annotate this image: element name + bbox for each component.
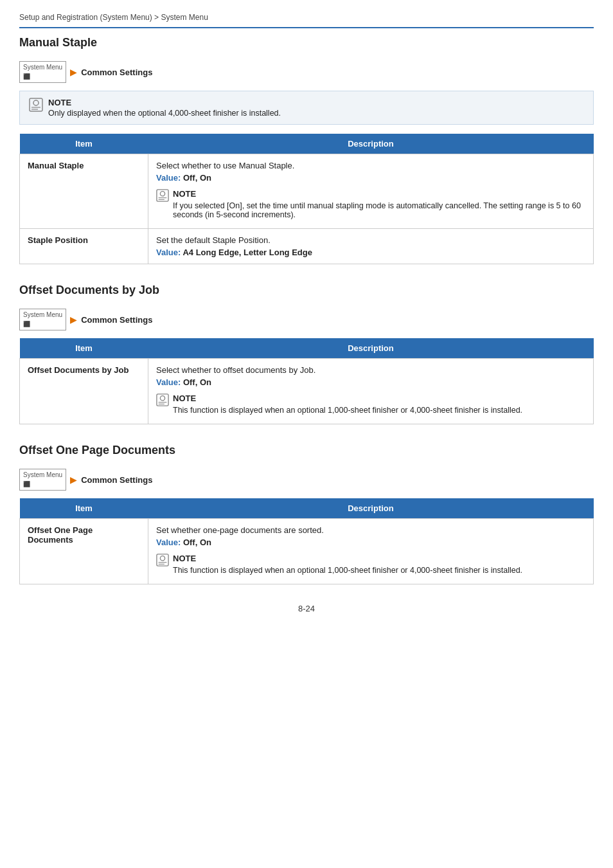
inline-note-header: NOTE — [173, 393, 522, 403]
system-menu-label: System Menu — [23, 311, 62, 318]
value-label: Value: — [156, 377, 183, 387]
section-title-offset-documents-by-job: Offset Documents by Job — [19, 284, 594, 300]
system-menu-box: System Menu⬛ — [19, 61, 66, 83]
table-desc-cell: Set the default Staple Position.Value: A… — [148, 229, 594, 264]
inline-note-svg-icon — [156, 554, 169, 566]
note-content: NOTEOnly displayed when the optional 4,0… — [48, 98, 281, 118]
table-row: Offset One Page DocumentsSet whether one… — [20, 519, 594, 584]
note-box-manual-staple: NOTEOnly displayed when the optional 4,0… — [19, 91, 594, 125]
desc-text: Select whether to offset documents by Jo… — [156, 365, 585, 375]
inline-note-content: NOTEThis function is displayed when an o… — [173, 554, 522, 575]
section-offset-documents-by-job: Offset Documents by JobSystem Menu⬛▶Comm… — [19, 284, 594, 424]
breadcrumb-text: Setup and Registration (System Menu) > S… — [19, 13, 208, 22]
inline-note-body: If you selected [On], set the time until… — [173, 201, 585, 219]
nav-arrow-icon: ▶ — [70, 314, 77, 325]
inline-note-svg-icon — [156, 189, 169, 202]
page-number-text: 8-24 — [298, 604, 315, 613]
value-label: Value: — [156, 538, 183, 547]
system-menu-box: System Menu⬛ — [19, 309, 66, 330]
table-manual-staple: ItemDescriptionManual StapleSelect wheth… — [19, 134, 594, 264]
table-row: Manual StapleSelect whether to use Manua… — [20, 154, 594, 229]
table-header-cell: Description — [148, 338, 594, 359]
value-line: Value: A4 Long Edge, Letter Long Edge — [156, 248, 585, 257]
note-header: NOTE — [48, 98, 281, 107]
nav-arrow-icon: ▶ — [70, 475, 77, 485]
table-header-cell: Description — [148, 134, 594, 154]
inline-note-body: This function is displayed when an optio… — [173, 566, 522, 575]
value-value: Off, On — [183, 377, 211, 387]
inline-note-svg-icon — [156, 393, 169, 406]
inline-note-body: This function is displayed when an optio… — [173, 406, 522, 415]
inline-note-icon — [156, 554, 169, 568]
inline-note-icon — [156, 189, 169, 204]
section-manual-staple: Manual StapleSystem Menu⬛▶Common Setting… — [19, 36, 594, 264]
svg-point-1 — [33, 100, 39, 105]
table-item-cell: Offset Documents by Job — [20, 359, 148, 424]
inline-note-content: NOTEThis function is displayed when an o… — [173, 393, 522, 415]
note-svg-icon — [29, 98, 43, 112]
table-header-cell: Item — [20, 498, 148, 519]
table-item-cell: Staple Position — [20, 229, 148, 264]
nav-arrow-icon: ▶ — [70, 67, 77, 77]
inline-note-header: NOTE — [173, 554, 522, 563]
breadcrumb: Setup and Registration (System Menu) > S… — [19, 13, 594, 28]
value-line: Value: Off, On — [156, 377, 585, 387]
desc-text: Set whether one-page documents are sorte… — [156, 525, 585, 535]
value-label: Value: — [156, 248, 182, 257]
section-offset-one-page-documents: Offset One Page DocumentsSystem Menu⬛▶Co… — [19, 444, 594, 584]
inline-note-icon — [156, 393, 169, 408]
common-settings-label: Common Settings — [81, 475, 152, 485]
system-menu-icon: ⬛ — [23, 73, 30, 80]
desc-text: Set the default Staple Position. — [156, 235, 585, 245]
inline-note: NOTEThis function is displayed when an o… — [156, 554, 585, 575]
table-header-cell: Item — [20, 134, 148, 154]
table-header-cell: Item — [20, 338, 148, 359]
inline-note: NOTEIf you selected [On], set the time u… — [156, 189, 585, 219]
page-number: 8-24 — [19, 604, 594, 613]
table-header-cell: Description — [148, 498, 594, 519]
inline-note-content: NOTEIf you selected [On], set the time u… — [173, 189, 585, 219]
table-desc-cell: Select whether to use Manual Staple.Valu… — [148, 154, 594, 229]
table-desc-cell: Set whether one-page documents are sorte… — [148, 519, 594, 584]
nav-path-offset-documents-by-job: System Menu⬛▶Common Settings — [19, 309, 594, 330]
table-offset-documents-by-job: ItemDescriptionOffset Documents by JobSe… — [19, 338, 594, 424]
value-value: Off, On — [183, 538, 211, 547]
system-menu-icon: ⬛ — [23, 481, 30, 487]
common-settings-label: Common Settings — [81, 68, 152, 77]
sections-container: Manual StapleSystem Menu⬛▶Common Setting… — [19, 36, 594, 584]
inline-note-header: NOTE — [173, 189, 585, 199]
table-offset-one-page-documents: ItemDescriptionOffset One Page Documents… — [19, 498, 594, 584]
table-item-cell: Offset One Page Documents — [20, 519, 148, 584]
svg-point-9 — [160, 396, 164, 401]
note-icon — [29, 98, 43, 114]
table-row: Staple PositionSet the default Staple Po… — [20, 229, 594, 264]
nav-path-offset-one-page-documents: System Menu⬛▶Common Settings — [19, 469, 594, 491]
value-label: Value: — [156, 173, 183, 183]
table-row: Offset Documents by JobSelect whether to… — [20, 359, 594, 424]
page-wrapper: Setup and Registration (System Menu) > S… — [0, 0, 613, 868]
table-desc-cell: Select whether to offset documents by Jo… — [148, 359, 594, 424]
value-value: Off, On — [183, 173, 211, 183]
nav-path-manual-staple: System Menu⬛▶Common Settings — [19, 61, 594, 83]
table-item-cell: Manual Staple — [20, 154, 148, 229]
common-settings-label: Common Settings — [81, 315, 152, 325]
desc-text: Select whether to use Manual Staple. — [156, 161, 585, 170]
section-title-manual-staple: Manual Staple — [19, 36, 594, 52]
system-menu-label: System Menu — [23, 471, 62, 478]
svg-point-13 — [160, 556, 164, 561]
inline-note: NOTEThis function is displayed when an o… — [156, 393, 585, 415]
system-menu-icon: ⬛ — [23, 321, 30, 327]
system-menu-label: System Menu — [23, 64, 62, 71]
section-title-offset-one-page-documents: Offset One Page Documents — [19, 444, 594, 460]
svg-point-5 — [160, 192, 164, 196]
value-line: Value: Off, On — [156, 173, 585, 183]
value-line: Value: Off, On — [156, 538, 585, 547]
note-text: Only displayed when the optional 4,000-s… — [48, 109, 281, 118]
system-menu-box: System Menu⬛ — [19, 469, 66, 491]
value-value: A4 Long Edge, Letter Long Edge — [182, 248, 312, 257]
